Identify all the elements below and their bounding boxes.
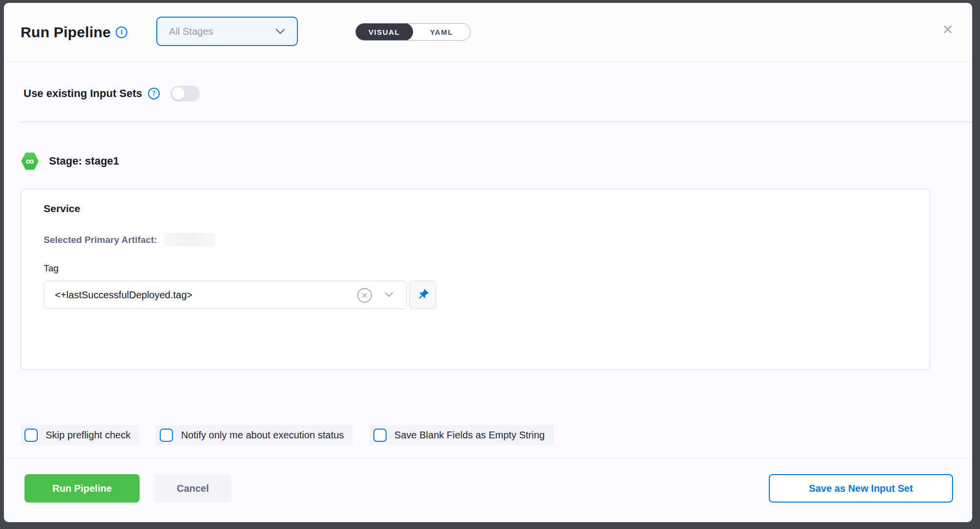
input-sets-toggle[interactable] [171,86,200,101]
service-card: Service Selected Primary Artifact: Tag ✕ [21,189,930,370]
chevron-down-icon [275,28,285,34]
tag-input-wrap: ✕ [44,281,407,309]
save-as-new-input-set-button[interactable]: Save as New Input Set [769,474,953,503]
stage-label: Stage: stage1 [49,155,119,168]
modal-body: Use existing Input Sets ? ∞ Stage: stage… [4,62,972,458]
close-icon[interactable]: ✕ [938,20,957,39]
checkbox-save-blank-fields[interactable] [373,429,387,442]
visual-yaml-toggle: VISUAL YAML [355,23,471,41]
option-notify-only-me[interactable]: Notify only me about execution status [156,425,352,445]
option-label: Save Blank Fields as Empty String [394,430,545,441]
use-existing-input-sets-label: Use existing Input Sets [24,87,142,100]
tag-label: Tag [44,263,907,274]
info-icon[interactable]: i [116,26,127,38]
section-divider [20,121,972,122]
use-existing-input-sets-row: Use existing Input Sets ? [24,86,200,101]
tag-input-group: ✕ [44,281,907,309]
modal-header: Run Pipeline i All Stages VISUAL YAML ✕ [4,3,972,62]
selected-primary-artifact-row: Selected Primary Artifact: [44,233,907,246]
run-pipeline-button[interactable]: Run Pipeline [24,474,140,503]
chevron-down-icon[interactable] [385,292,393,297]
pin-icon [414,286,432,304]
clear-icon[interactable]: ✕ [357,288,372,303]
run-pipeline-modal: Run Pipeline i All Stages VISUAL YAML ✕ … [4,3,972,522]
selected-primary-artifact-label: Selected Primary Artifact: [44,235,157,245]
tab-yaml[interactable]: YAML [413,24,470,40]
modal-footer: Run Pipeline Cancel Save as New Input Se… [4,458,972,522]
stage-select-dropdown[interactable]: All Stages [156,17,298,46]
option-save-blank-fields[interactable]: Save Blank Fields as Empty String [369,425,554,445]
stage-row: ∞ Stage: stage1 [21,152,119,170]
option-label: Notify only me about execution status [181,430,343,441]
tag-input[interactable] [44,289,406,301]
option-label: Skip preflight check [46,430,130,441]
tab-visual[interactable]: VISUAL [355,23,413,41]
artifact-value-redacted [164,233,215,246]
stage-deploy-icon: ∞ [21,152,39,170]
checkbox-skip-preflight[interactable] [24,429,38,442]
options-row: Skip preflight check Notify only me abou… [21,425,554,445]
stage-select-value: All Stages [169,26,275,37]
service-card-title: Service [44,203,907,215]
cancel-button[interactable]: Cancel [154,474,231,503]
help-icon[interactable]: ? [148,88,160,99]
page-title: Run Pipeline [21,24,111,41]
pin-button[interactable] [409,281,436,309]
toggle-knob [172,87,185,100]
option-skip-preflight[interactable]: Skip preflight check [21,425,139,445]
checkbox-notify-only-me[interactable] [160,429,173,442]
